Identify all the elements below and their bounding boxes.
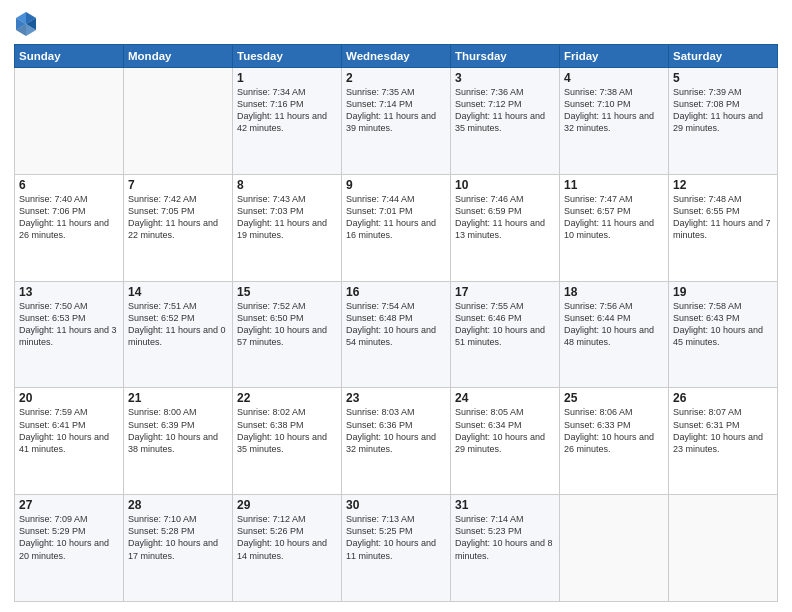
calendar-cell: 16Sunrise: 7:54 AM Sunset: 6:48 PM Dayli… xyxy=(342,281,451,388)
calendar-cell: 20Sunrise: 7:59 AM Sunset: 6:41 PM Dayli… xyxy=(15,388,124,495)
day-number: 4 xyxy=(564,71,664,85)
day-detail: Sunrise: 7:36 AM Sunset: 7:12 PM Dayligh… xyxy=(455,86,555,135)
calendar-cell: 2Sunrise: 7:35 AM Sunset: 7:14 PM Daylig… xyxy=(342,68,451,175)
day-detail: Sunrise: 7:42 AM Sunset: 7:05 PM Dayligh… xyxy=(128,193,228,242)
day-detail: Sunrise: 7:51 AM Sunset: 6:52 PM Dayligh… xyxy=(128,300,228,349)
day-number: 12 xyxy=(673,178,773,192)
day-detail: Sunrise: 7:35 AM Sunset: 7:14 PM Dayligh… xyxy=(346,86,446,135)
calendar-cell: 29Sunrise: 7:12 AM Sunset: 5:26 PM Dayli… xyxy=(233,495,342,602)
day-detail: Sunrise: 7:46 AM Sunset: 6:59 PM Dayligh… xyxy=(455,193,555,242)
day-number: 10 xyxy=(455,178,555,192)
day-number: 15 xyxy=(237,285,337,299)
day-number: 1 xyxy=(237,71,337,85)
calendar-cell: 6Sunrise: 7:40 AM Sunset: 7:06 PM Daylig… xyxy=(15,174,124,281)
calendar-cell: 27Sunrise: 7:09 AM Sunset: 5:29 PM Dayli… xyxy=(15,495,124,602)
calendar-cell: 3Sunrise: 7:36 AM Sunset: 7:12 PM Daylig… xyxy=(451,68,560,175)
calendar-week-3: 13Sunrise: 7:50 AM Sunset: 6:53 PM Dayli… xyxy=(15,281,778,388)
header xyxy=(14,10,778,38)
logo xyxy=(14,10,41,38)
calendar-cell: 4Sunrise: 7:38 AM Sunset: 7:10 PM Daylig… xyxy=(560,68,669,175)
day-detail: Sunrise: 8:03 AM Sunset: 6:36 PM Dayligh… xyxy=(346,406,446,455)
calendar-cell: 1Sunrise: 7:34 AM Sunset: 7:16 PM Daylig… xyxy=(233,68,342,175)
calendar-cell: 10Sunrise: 7:46 AM Sunset: 6:59 PM Dayli… xyxy=(451,174,560,281)
calendar-cell: 21Sunrise: 8:00 AM Sunset: 6:39 PM Dayli… xyxy=(124,388,233,495)
day-number: 17 xyxy=(455,285,555,299)
calendar-cell: 31Sunrise: 7:14 AM Sunset: 5:23 PM Dayli… xyxy=(451,495,560,602)
calendar-cell: 30Sunrise: 7:13 AM Sunset: 5:25 PM Dayli… xyxy=(342,495,451,602)
day-detail: Sunrise: 7:44 AM Sunset: 7:01 PM Dayligh… xyxy=(346,193,446,242)
day-number: 28 xyxy=(128,498,228,512)
day-detail: Sunrise: 8:02 AM Sunset: 6:38 PM Dayligh… xyxy=(237,406,337,455)
calendar-cell: 8Sunrise: 7:43 AM Sunset: 7:03 PM Daylig… xyxy=(233,174,342,281)
day-number: 31 xyxy=(455,498,555,512)
day-detail: Sunrise: 7:48 AM Sunset: 6:55 PM Dayligh… xyxy=(673,193,773,242)
calendar-cell: 28Sunrise: 7:10 AM Sunset: 5:28 PM Dayli… xyxy=(124,495,233,602)
day-number: 3 xyxy=(455,71,555,85)
day-number: 30 xyxy=(346,498,446,512)
calendar-cell xyxy=(560,495,669,602)
day-number: 19 xyxy=(673,285,773,299)
day-detail: Sunrise: 7:12 AM Sunset: 5:26 PM Dayligh… xyxy=(237,513,337,562)
day-number: 20 xyxy=(19,391,119,405)
calendar-cell: 18Sunrise: 7:56 AM Sunset: 6:44 PM Dayli… xyxy=(560,281,669,388)
day-number: 23 xyxy=(346,391,446,405)
day-detail: Sunrise: 7:47 AM Sunset: 6:57 PM Dayligh… xyxy=(564,193,664,242)
day-detail: Sunrise: 7:50 AM Sunset: 6:53 PM Dayligh… xyxy=(19,300,119,349)
day-detail: Sunrise: 7:59 AM Sunset: 6:41 PM Dayligh… xyxy=(19,406,119,455)
day-detail: Sunrise: 7:56 AM Sunset: 6:44 PM Dayligh… xyxy=(564,300,664,349)
day-number: 16 xyxy=(346,285,446,299)
day-number: 5 xyxy=(673,71,773,85)
calendar-cell xyxy=(15,68,124,175)
calendar-cell: 5Sunrise: 7:39 AM Sunset: 7:08 PM Daylig… xyxy=(669,68,778,175)
day-number: 26 xyxy=(673,391,773,405)
calendar-cell xyxy=(124,68,233,175)
day-number: 27 xyxy=(19,498,119,512)
day-number: 21 xyxy=(128,391,228,405)
weekday-wednesday: Wednesday xyxy=(342,45,451,68)
calendar-body: 1Sunrise: 7:34 AM Sunset: 7:16 PM Daylig… xyxy=(15,68,778,602)
calendar-cell: 24Sunrise: 8:05 AM Sunset: 6:34 PM Dayli… xyxy=(451,388,560,495)
calendar-cell: 7Sunrise: 7:42 AM Sunset: 7:05 PM Daylig… xyxy=(124,174,233,281)
day-detail: Sunrise: 7:39 AM Sunset: 7:08 PM Dayligh… xyxy=(673,86,773,135)
day-detail: Sunrise: 8:07 AM Sunset: 6:31 PM Dayligh… xyxy=(673,406,773,455)
day-detail: Sunrise: 7:40 AM Sunset: 7:06 PM Dayligh… xyxy=(19,193,119,242)
day-detail: Sunrise: 8:00 AM Sunset: 6:39 PM Dayligh… xyxy=(128,406,228,455)
day-number: 14 xyxy=(128,285,228,299)
calendar-cell: 9Sunrise: 7:44 AM Sunset: 7:01 PM Daylig… xyxy=(342,174,451,281)
calendar-cell: 13Sunrise: 7:50 AM Sunset: 6:53 PM Dayli… xyxy=(15,281,124,388)
day-number: 8 xyxy=(237,178,337,192)
weekday-saturday: Saturday xyxy=(669,45,778,68)
calendar-cell: 23Sunrise: 8:03 AM Sunset: 6:36 PM Dayli… xyxy=(342,388,451,495)
day-detail: Sunrise: 7:43 AM Sunset: 7:03 PM Dayligh… xyxy=(237,193,337,242)
day-detail: Sunrise: 7:14 AM Sunset: 5:23 PM Dayligh… xyxy=(455,513,555,562)
calendar-cell: 12Sunrise: 7:48 AM Sunset: 6:55 PM Dayli… xyxy=(669,174,778,281)
calendar-cell: 22Sunrise: 8:02 AM Sunset: 6:38 PM Dayli… xyxy=(233,388,342,495)
day-detail: Sunrise: 7:09 AM Sunset: 5:29 PM Dayligh… xyxy=(19,513,119,562)
day-number: 6 xyxy=(19,178,119,192)
day-detail: Sunrise: 8:05 AM Sunset: 6:34 PM Dayligh… xyxy=(455,406,555,455)
day-detail: Sunrise: 7:38 AM Sunset: 7:10 PM Dayligh… xyxy=(564,86,664,135)
day-detail: Sunrise: 8:06 AM Sunset: 6:33 PM Dayligh… xyxy=(564,406,664,455)
calendar-week-5: 27Sunrise: 7:09 AM Sunset: 5:29 PM Dayli… xyxy=(15,495,778,602)
calendar-header: SundayMondayTuesdayWednesdayThursdayFrid… xyxy=(15,45,778,68)
calendar-cell: 15Sunrise: 7:52 AM Sunset: 6:50 PM Dayli… xyxy=(233,281,342,388)
weekday-friday: Friday xyxy=(560,45,669,68)
weekday-thursday: Thursday xyxy=(451,45,560,68)
calendar-week-2: 6Sunrise: 7:40 AM Sunset: 7:06 PM Daylig… xyxy=(15,174,778,281)
calendar-cell: 17Sunrise: 7:55 AM Sunset: 6:46 PM Dayli… xyxy=(451,281,560,388)
calendar-table: SundayMondayTuesdayWednesdayThursdayFrid… xyxy=(14,44,778,602)
day-detail: Sunrise: 7:58 AM Sunset: 6:43 PM Dayligh… xyxy=(673,300,773,349)
day-number: 7 xyxy=(128,178,228,192)
day-detail: Sunrise: 7:55 AM Sunset: 6:46 PM Dayligh… xyxy=(455,300,555,349)
weekday-tuesday: Tuesday xyxy=(233,45,342,68)
day-number: 18 xyxy=(564,285,664,299)
calendar-cell: 26Sunrise: 8:07 AM Sunset: 6:31 PM Dayli… xyxy=(669,388,778,495)
calendar-cell: 11Sunrise: 7:47 AM Sunset: 6:57 PM Dayli… xyxy=(560,174,669,281)
day-number: 24 xyxy=(455,391,555,405)
calendar-week-1: 1Sunrise: 7:34 AM Sunset: 7:16 PM Daylig… xyxy=(15,68,778,175)
day-number: 13 xyxy=(19,285,119,299)
day-number: 22 xyxy=(237,391,337,405)
day-number: 11 xyxy=(564,178,664,192)
day-detail: Sunrise: 7:52 AM Sunset: 6:50 PM Dayligh… xyxy=(237,300,337,349)
calendar-cell xyxy=(669,495,778,602)
